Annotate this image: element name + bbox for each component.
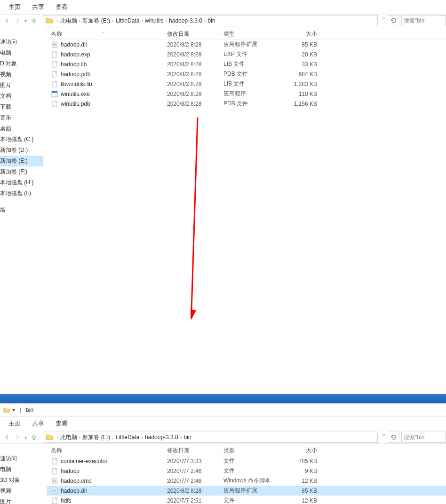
chevron-right-icon[interactable]: › — [140, 18, 144, 24]
column-size[interactable]: 大小 — [280, 447, 320, 455]
search-input[interactable]: 搜索"bin" — [401, 432, 446, 443]
table-row[interactable]: container-executor2020/7/7 3:33文件785 KB — [47, 456, 446, 466]
nav-history-icon[interactable]: ▾ — [24, 18, 27, 24]
breadcrumb-d3[interactable]: hadoop-3.3.0 — [168, 17, 203, 24]
breadcrumb-pc[interactable]: 此电脑 — [59, 17, 78, 25]
sidebar-item[interactable]: 3D 对象 — [0, 475, 43, 486]
chevron-right-icon[interactable]: › — [203, 18, 207, 24]
column-type[interactable]: 类型 — [223, 447, 280, 455]
refresh-icon[interactable] — [388, 15, 399, 26]
file-size: 12 KB — [280, 478, 320, 484]
sidebar-item[interactable]: 视频 — [0, 69, 43, 80]
sidebar-item[interactable]: 桌面 — [0, 123, 43, 134]
table-row[interactable]: hadoop.dll2020/8/2 8:28应用程序扩展85 KB — [47, 39, 446, 49]
chevron-right-icon[interactable]: › — [140, 434, 144, 440]
table-row[interactable]: hadoop.pdb2020/8/2 8:28PDB 文件684 KB — [47, 69, 446, 79]
breadcrumb-d3[interactable]: bin — [183, 434, 192, 441]
chevron-right-icon[interactable]: › — [78, 434, 82, 440]
refresh-icon[interactable] — [388, 432, 399, 443]
table-row[interactable]: hadoop2020/7/7 2:46文件9 KB — [47, 466, 446, 476]
nav-back-icon[interactable] — [4, 434, 10, 441]
sidebar-item[interactable]: 电脑 — [0, 47, 43, 58]
tab-share[interactable]: 共享 — [32, 419, 44, 428]
svg-rect-3 — [52, 62, 57, 67]
search-input[interactable]: 搜索"bin" — [401, 15, 446, 26]
column-date[interactable]: 修改日期 — [167, 447, 223, 455]
breadcrumb-vol[interactable]: 新加卷 (E:) — [81, 17, 111, 25]
address-history-dropdown[interactable]: ˅ — [380, 434, 388, 441]
sidebar-item — [0, 199, 43, 205]
table-row[interactable]: winutils.exe2020/8/2 8:28应用程序110 KB — [47, 89, 446, 99]
address-history-dropdown[interactable]: ˅ — [380, 17, 388, 24]
chevron-right-icon[interactable]: › — [164, 18, 168, 24]
nav-forward-icon[interactable] — [14, 434, 21, 441]
tab-home[interactable]: 主页 — [8, 3, 21, 11]
sidebar-item[interactable]: 速访问 — [0, 37, 43, 47]
toolbar-overflow-icon[interactable]: ▾ — [12, 407, 15, 413]
sidebar-item[interactable]: D 对象 — [0, 58, 43, 69]
sidebar-item[interactable]: 音乐 — [0, 112, 43, 123]
file-type: LIB 文件 — [223, 80, 280, 88]
file-type: Windows 命令脚本 — [223, 477, 280, 485]
sidebar-item[interactable]: 新加卷 (D:) — [0, 145, 43, 156]
column-name[interactable]: 名称 ˄ — [47, 30, 167, 38]
table-row[interactable]: hdfs2020/7/7 2:51文件12 KB — [47, 496, 446, 504]
address-bar[interactable]: › 此电脑 › 新加卷 (E:) › LittleData › hadoop-3… — [43, 432, 378, 443]
breadcrumb-vol[interactable]: 新加卷 (E:) — [81, 433, 111, 441]
folder-icon — [45, 433, 54, 441]
table-row[interactable]: libwinutils.lib2020/8/2 8:28LIB 文件1,283 … — [47, 79, 446, 89]
sidebar-item[interactable]: 电脑 — [0, 464, 43, 475]
column-type[interactable]: 类型 — [223, 30, 280, 38]
sidebar-item[interactable]: 本地磁盘 (H:) — [0, 177, 43, 188]
chevron-right-icon[interactable]: › — [111, 18, 115, 24]
breadcrumb-pc[interactable]: 此电脑 — [59, 433, 78, 441]
sidebar-item[interactable]: 图片 — [0, 80, 43, 91]
column-date[interactable]: 修改日期 — [167, 30, 223, 38]
breadcrumb-d2[interactable]: winutils — [144, 17, 164, 24]
nav-back-icon[interactable] — [4, 17, 10, 24]
breadcrumb-d2[interactable]: hadoop-3.3.0 — [144, 434, 179, 441]
tab-view[interactable]: 查看 — [56, 3, 68, 11]
folder-small-icon — [3, 406, 10, 414]
sidebar-item[interactable]: 图片 — [0, 496, 43, 504]
tab-home[interactable]: 主页 — [8, 419, 21, 428]
tab-share[interactable]: 共享 — [32, 3, 44, 11]
breadcrumb-d1[interactable]: LittleData — [115, 434, 141, 441]
file-type: 文件 — [223, 496, 280, 504]
nav-up-icon[interactable] — [31, 17, 37, 24]
sidebar-item[interactable]: 视频 — [0, 486, 43, 496]
sidebar-item[interactable]: 络 — [0, 205, 43, 215]
nav-history-icon[interactable]: ▾ — [24, 435, 27, 440]
tab-view[interactable]: 查看 — [56, 419, 68, 428]
sidebar-item[interactable]: 本地磁盘 (I:) — [0, 188, 43, 199]
chevron-right-icon[interactable]: › — [179, 434, 183, 440]
chevron-right-icon[interactable]: › — [111, 434, 115, 440]
svg-rect-18 — [52, 498, 57, 504]
sidebar-item[interactable]: 速访问 — [0, 453, 43, 464]
table-row[interactable]: hadoop.exp2020/8/2 8:28EXP 文件20 KB — [47, 49, 446, 59]
sidebar-item[interactable]: 文档 — [0, 91, 43, 102]
table-row[interactable]: hadoop.dll2020/8/2 8:28应用程序扩展85 KB — [47, 486, 446, 496]
address-bar[interactable]: › 此电脑 › 新加卷 (E:) › LittleData › winutils… — [43, 15, 378, 26]
column-size[interactable]: 大小 — [280, 30, 320, 38]
sidebar-item[interactable]: 新加卷 (E:) — [0, 156, 43, 166]
sidebar-item[interactable]: 下载 — [0, 102, 43, 112]
table-row[interactable]: hadoop.cmd2020/7/7 2:46Windows 命令脚本12 KB — [47, 476, 446, 486]
file-size: 33 KB — [280, 61, 320, 68]
nav-forward-icon[interactable] — [14, 17, 21, 24]
breadcrumb-d1[interactable]: LittleData — [115, 17, 141, 24]
table-row[interactable]: winutils.pdb2020/8/2 8:28PDB 文件1,156 KB — [47, 99, 446, 109]
sidebar-item[interactable]: 本地磁盘 (C:) — [0, 134, 43, 145]
file-date: 2020/8/2 8:28 — [167, 61, 223, 68]
nav-up-icon[interactable] — [31, 434, 37, 441]
chevron-right-icon[interactable]: › — [78, 18, 82, 24]
sidebar-item[interactable]: 新加卷 (F:) — [0, 166, 43, 177]
breadcrumb-d4[interactable]: bin — [207, 17, 216, 24]
chevron-right-icon[interactable]: › — [56, 18, 59, 24]
column-name[interactable]: 名称 — [47, 447, 167, 455]
search-placeholder: 搜索"bin" — [404, 17, 427, 25]
table-row[interactable]: hadoop.lib2020/8/2 8:28LIB 文件33 KB — [47, 59, 446, 69]
sort-asc-icon[interactable]: ˄ — [100, 32, 104, 37]
file-icon — [51, 477, 58, 485]
chevron-right-icon[interactable]: › — [56, 434, 59, 440]
